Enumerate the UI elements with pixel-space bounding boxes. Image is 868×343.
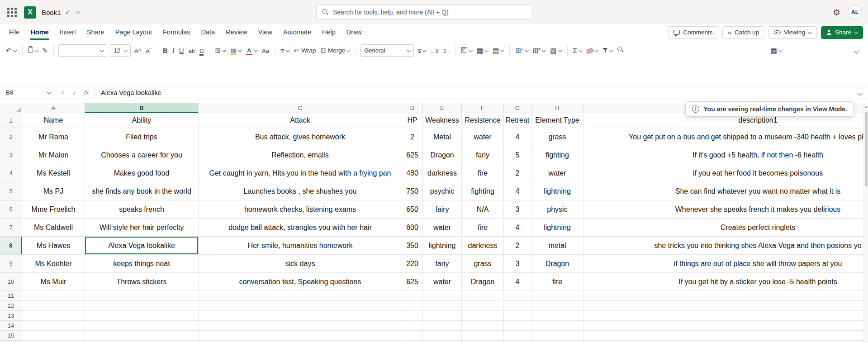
cell-B13[interactable] <box>85 311 199 321</box>
cell-A12[interactable] <box>22 301 85 311</box>
find-button[interactable] <box>615 43 626 57</box>
cell-G6[interactable]: 3 <box>504 200 531 219</box>
cell-D11[interactable] <box>402 291 423 301</box>
cell-I13[interactable] <box>583 311 863 321</box>
row-header-6[interactable]: 6 <box>0 200 22 219</box>
clear-button[interactable] <box>584 43 600 57</box>
row-header-1[interactable]: 1 <box>0 113 22 128</box>
enter-button[interactable]: ✓ <box>69 89 81 96</box>
cell-D1[interactable]: HP <box>402 113 423 128</box>
cell-D16[interactable] <box>402 341 423 343</box>
cell-E13[interactable] <box>423 311 462 321</box>
cell-F5[interactable]: fighting <box>462 182 504 200</box>
cell-C1[interactable]: Attack <box>199 113 402 128</box>
cell-E7[interactable]: water <box>423 219 462 237</box>
gear-icon[interactable]: ⚙ <box>833 7 840 18</box>
cell-E6[interactable]: fairy <box>423 200 462 219</box>
cell-B3[interactable]: Chooses a career for you <box>85 146 199 164</box>
fill-color-button[interactable]: ▨ <box>228 43 244 57</box>
cell-H10[interactable]: fire <box>531 273 583 291</box>
row-header-3[interactable]: 3 <box>0 146 22 164</box>
cell-B5[interactable]: she finds any book in the world <box>85 182 199 200</box>
cell-H12[interactable] <box>531 301 583 311</box>
cell-H9[interactable]: Dragon <box>531 255 583 273</box>
cell-A16[interactable] <box>22 341 85 343</box>
row-header-16[interactable]: 16 <box>0 341 22 343</box>
insert-cells-button[interactable]: ⊞+ <box>513 43 530 57</box>
cell-E14[interactable] <box>423 321 462 331</box>
column-header-c[interactable]: C <box>199 103 402 113</box>
tab-review[interactable]: Review <box>220 24 253 40</box>
cell-A7[interactable]: Ms Caldwell <box>22 219 85 237</box>
cell-F4[interactable]: fire <box>462 164 504 182</box>
cell-A6[interactable]: Mme Froelich <box>22 200 85 219</box>
cell-G12[interactable] <box>504 301 531 311</box>
conditional-formatting-button[interactable] <box>459 43 474 57</box>
collapse-ribbon-button[interactable] <box>852 44 861 57</box>
cell-I3[interactable]: If it's good +5 health, if not then -6 h… <box>583 146 863 164</box>
double-underline-button[interactable]: D <box>197 43 206 57</box>
cell-I14[interactable] <box>583 321 863 331</box>
decrease-decimal-button[interactable]: .0→ <box>440 43 452 57</box>
cell-I5[interactable]: She can find whatever you want no matter… <box>583 182 863 200</box>
font-size-combo[interactable]: 12 <box>110 44 131 57</box>
row-header-4[interactable]: 4 <box>0 164 22 182</box>
cell-B6[interactable]: speaks french <box>85 200 199 219</box>
cell-I12[interactable] <box>583 301 863 311</box>
tab-automate[interactable]: Automate <box>278 24 317 40</box>
column-header-d[interactable]: D <box>402 103 423 113</box>
cell-G15[interactable] <box>504 331 531 341</box>
formula-input[interactable]: Alexa Vega lookalike <box>95 89 852 96</box>
delete-cells-button[interactable]: ⊞× <box>531 43 548 57</box>
share-button[interactable]: Share <box>821 26 863 39</box>
cell-E9[interactable]: fariy <box>423 255 462 273</box>
cell-H16[interactable] <box>531 341 583 343</box>
vertical-scrollbar[interactable]: ▲ <box>863 103 868 343</box>
column-header-f[interactable]: F <box>462 103 504 113</box>
cell-H13[interactable] <box>531 311 583 321</box>
cell-C4[interactable]: Get caught in yarn, Hits you in the head… <box>199 164 402 182</box>
cell-C8[interactable]: Her smile, humanities homework <box>199 237 402 255</box>
cell-I4[interactable]: if you eat her food it becomes poisonous <box>583 164 863 182</box>
expand-formula-bar-button[interactable] <box>852 89 868 97</box>
column-header-e[interactable]: E <box>423 103 462 113</box>
cell-H1[interactable]: Element Type <box>531 113 583 128</box>
cell-G11[interactable] <box>504 291 531 301</box>
title-chevron-down-icon[interactable] <box>76 10 81 14</box>
align-button[interactable]: ≡ <box>278 43 292 57</box>
cell-C10[interactable]: conversation test, Speaking questions <box>199 273 402 291</box>
wrap-text-button[interactable]: ↵Wrap <box>292 43 318 57</box>
cell-H4[interactable]: water <box>531 164 583 182</box>
cell-F9[interactable]: grass <box>462 255 504 273</box>
cell-F6[interactable]: N/A <box>462 200 504 219</box>
row-header-12[interactable]: 12 <box>0 301 22 311</box>
row-header-15[interactable]: 15 <box>0 331 22 341</box>
cell-D2[interactable]: 2 <box>402 128 423 146</box>
strikethrough-button[interactable]: ab <box>186 43 197 57</box>
cell-C2[interactable]: Bus attack, gives homework <box>199 128 402 146</box>
row-header-10[interactable]: 10 <box>0 273 22 291</box>
cell-G14[interactable] <box>504 321 531 331</box>
cell-C9[interactable]: sick days <box>199 255 402 273</box>
cell-G10[interactable]: 4 <box>504 273 531 291</box>
autosum-button[interactable]: Σ <box>571 43 584 57</box>
cell-F12[interactable] <box>462 301 504 311</box>
tab-view[interactable]: View <box>253 24 278 40</box>
tab-page-layout[interactable]: Page Layout <box>110 24 157 40</box>
cell-H8[interactable]: metal <box>531 237 583 255</box>
cell-H14[interactable] <box>531 321 583 331</box>
grow-font-button[interactable]: A^ <box>132 43 143 57</box>
cell-D6[interactable]: 650 <box>402 200 423 219</box>
format-painter-button[interactable]: ✎ <box>40 43 51 57</box>
comments-button[interactable]: Comments <box>668 26 718 39</box>
cell-I16[interactable] <box>583 341 863 343</box>
tab-home[interactable]: Home <box>25 24 54 40</box>
format-cells-button[interactable]: ▧ <box>548 43 564 57</box>
cell-C14[interactable] <box>199 321 402 331</box>
column-header-b[interactable]: B <box>85 103 199 113</box>
cell-A8[interactable]: Ms Hawes <box>22 237 85 255</box>
cell-D14[interactable] <box>402 321 423 331</box>
cell-F2[interactable]: water <box>462 128 504 146</box>
row-header-2[interactable]: 2 <box>0 128 22 146</box>
cell-F8[interactable]: darkness <box>462 237 504 255</box>
